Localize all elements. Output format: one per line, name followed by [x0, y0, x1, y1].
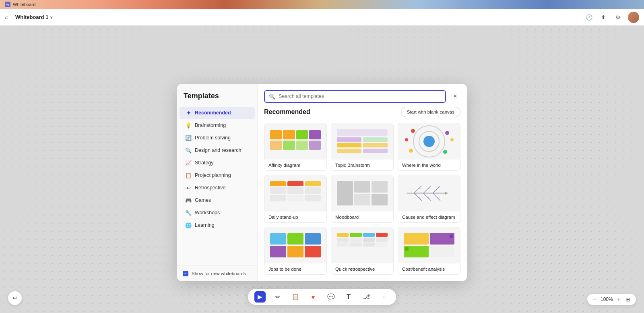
- templates-modal: Templates ✦ Recommended 💡 Brainstorming …: [177, 84, 467, 281]
- zoom-value: 100%: [601, 296, 613, 302]
- canvas-area[interactable]: Templates ✦ Recommended 💡 Brainstorming …: [0, 26, 644, 313]
- content-header: Recommended Start with blank canvas: [258, 107, 467, 121]
- search-input[interactable]: [279, 93, 441, 99]
- sidebar-item-label: Recommended: [195, 110, 231, 116]
- workshops-icon: 🔧: [185, 210, 192, 216]
- undo-button[interactable]: ↩: [8, 291, 22, 305]
- show-for-new-whiteboards-row[interactable]: ✓ Show for new whiteboards: [183, 271, 252, 276]
- sidebar-item-label: Design and research: [195, 147, 241, 153]
- sidebar-item-retrospective[interactable]: ↩ Retrospective: [180, 182, 255, 194]
- sidebar-item-label: Strategy: [195, 160, 214, 166]
- main-content: 🔍 × Recommended Start with blank canvas: [258, 84, 467, 281]
- template-label: Affinity diagram: [264, 160, 326, 171]
- design-research-icon: 🔍: [185, 147, 192, 153]
- template-card-topic-brainstorm[interactable]: Topic Brainstorm: [331, 123, 394, 171]
- sidebar-item-brainstorming[interactable]: 💡 Brainstorming: [180, 119, 255, 132]
- template-card-quick-retrospective[interactable]: Quick retrospective: [331, 227, 394, 275]
- topic-brainstorm-preview: [331, 123, 393, 160]
- template-label: Jobs to be done: [264, 263, 326, 275]
- sidebar-item-problem-solving[interactable]: 🔄 Problem solving: [180, 132, 255, 144]
- sidebar-item-project-planning[interactable]: 📋 Project planning: [180, 169, 255, 182]
- sidebar-item-workshops[interactable]: 🔧 Workshops: [180, 207, 255, 219]
- template-card-jobs-to-be-done[interactable]: Jobs to be done: [264, 227, 327, 275]
- checkbox-label: Show for new whiteboards: [192, 271, 246, 276]
- where-in-the-world-preview: [398, 123, 460, 160]
- more-tool-button[interactable]: ···: [378, 291, 390, 303]
- template-card-affinity-diagram[interactable]: Affinity diagram: [264, 123, 327, 171]
- template-label: Quick retrospective: [331, 263, 393, 275]
- template-card-moodboard[interactable]: Moodboard: [331, 175, 394, 223]
- checkmark-icon: ✓: [184, 272, 187, 276]
- template-label: Topic Brainstorm: [331, 160, 393, 171]
- board-title[interactable]: Whiteboard 1 ∨: [15, 14, 53, 20]
- zoom-in-button[interactable]: +: [616, 296, 621, 303]
- template-label: Where in the world: [398, 160, 460, 171]
- template-label: Cost/benefit analysis: [398, 263, 460, 275]
- games-icon: 🎮: [185, 197, 192, 203]
- sidebar-item-label: Retrospective: [195, 185, 225, 191]
- heart-tool-button[interactable]: ♥: [308, 291, 319, 303]
- cause-effect-preview: [398, 175, 460, 211]
- connect-tool-button[interactable]: ⎇: [361, 291, 372, 303]
- home-icon[interactable]: ⌂: [5, 14, 12, 21]
- text-tool-button[interactable]: T: [343, 291, 354, 303]
- show-for-new-checkbox[interactable]: ✓: [183, 271, 188, 276]
- zoom-out-button[interactable]: −: [592, 296, 597, 303]
- close-button[interactable]: ×: [450, 91, 460, 102]
- zoom-controls: − 100% + ⊞: [587, 294, 636, 305]
- affinity-diagram-preview: [264, 123, 326, 160]
- timer-icon[interactable]: 🕐: [584, 13, 593, 22]
- search-icon: 🔍: [269, 93, 275, 99]
- learning-icon: 🌐: [185, 222, 192, 228]
- sidebar-item-label: Games: [195, 197, 211, 203]
- templates-grid: Affinity diagram: [258, 121, 467, 281]
- share-icon[interactable]: ⬆: [599, 13, 608, 22]
- template-label: Moodboard: [331, 211, 393, 223]
- jobs-to-be-done-preview: [264, 227, 326, 263]
- sidebar-bottom: ✓ Show for new whiteboards: [177, 265, 257, 281]
- sidebar-item-design-research[interactable]: 🔍 Design and research: [180, 144, 255, 157]
- sidebar-item-learning[interactable]: 🌐 Learning: [180, 219, 255, 232]
- header-bar: ⌂ Whiteboard 1 ∨ 🕐 ⬆ ⚙: [0, 9, 644, 26]
- app-title: Whiteboard: [13, 2, 35, 7]
- sidebar-item-games[interactable]: 🎮 Games: [180, 194, 255, 207]
- sidebar-item-recommended[interactable]: ✦ Recommended: [180, 107, 255, 119]
- chevron-down-icon: ∨: [50, 15, 53, 19]
- settings-icon[interactable]: ⚙: [613, 13, 622, 22]
- sidebar-item-label: Workshops: [195, 210, 220, 216]
- sidebar-title: Templates: [177, 92, 257, 107]
- avatar[interactable]: [628, 12, 639, 23]
- draw-tool-button[interactable]: ✏: [272, 291, 283, 303]
- problem-solving-icon: 🔄: [185, 135, 192, 141]
- template-card-daily-standup[interactable]: Daily stand-up: [264, 175, 327, 223]
- daily-standup-preview: [264, 175, 326, 211]
- search-bar-row: 🔍 ×: [258, 84, 467, 107]
- template-card-cause-effect[interactable]: Cause and effect diagram: [398, 175, 460, 223]
- retrospective-icon: ↩: [185, 185, 192, 191]
- bottom-toolbar: ▶ ✏ 📋 ♥ 💬 T ⎇ ···: [248, 289, 396, 305]
- template-card-cost-benefit[interactable]: Cost/benefit analysis: [398, 227, 460, 275]
- template-label: Daily stand-up: [264, 211, 326, 223]
- sidebar-item-label: Problem solving: [195, 135, 231, 141]
- select-tool-button[interactable]: ▶: [254, 291, 266, 303]
- fit-screen-button[interactable]: ⊞: [625, 296, 631, 303]
- search-input-wrap[interactable]: 🔍: [264, 90, 446, 103]
- sidebar: Templates ✦ Recommended 💡 Brainstorming …: [177, 84, 258, 281]
- comment-tool-button[interactable]: 💬: [325, 291, 336, 303]
- sticky-tool-button[interactable]: 📋: [290, 291, 301, 303]
- svg-line-4: [433, 186, 440, 193]
- modal-overlay: Templates ✦ Recommended 💡 Brainstorming …: [0, 52, 644, 313]
- sidebar-item-strategy[interactable]: 📈 Strategy: [180, 157, 255, 169]
- sidebar-item-label: Learning: [195, 222, 215, 228]
- section-title: Recommended: [264, 108, 310, 116]
- recommended-icon: ✦: [185, 110, 192, 116]
- template-label: Cause and effect diagram: [398, 211, 460, 223]
- blank-canvas-button[interactable]: Start with blank canvas: [401, 107, 460, 117]
- template-card-where-in-the-world[interactable]: Where in the world: [398, 123, 460, 171]
- strategy-icon: 📈: [185, 160, 192, 166]
- brainstorming-icon: 💡: [185, 122, 192, 129]
- quick-retrospective-preview: [331, 227, 393, 263]
- moodboard-preview: [331, 175, 393, 211]
- svg-line-7: [433, 193, 440, 201]
- header-left: ⌂ Whiteboard 1 ∨: [5, 14, 53, 21]
